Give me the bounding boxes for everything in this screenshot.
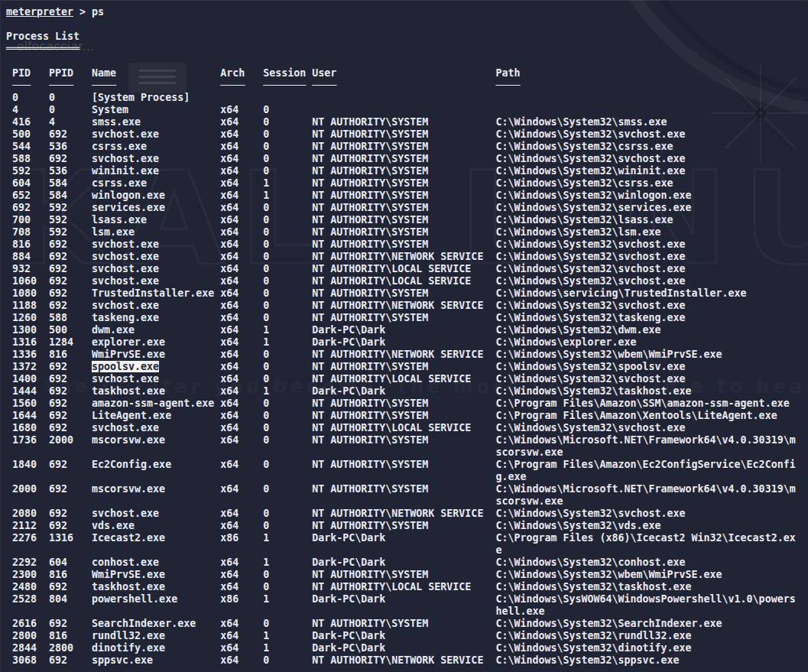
cell-pid: 544 (12, 141, 49, 153)
cell-path: C:\Windows\System32\svchost.exe (495, 508, 795, 520)
cell-user (312, 92, 495, 104)
terminal-screen[interactable]: meterpreter > ps Process List ══════════… (0, 0, 808, 667)
cell-path: C:\Windows\System32\taskhost.exe (495, 581, 795, 593)
cell-arch: x64 (220, 165, 263, 177)
cell-ppid: 592 (49, 202, 92, 214)
cell-path: C:\Windows\System32\services.exe (495, 202, 795, 214)
cell-user: NT AUTHORITY\SYSTEM (312, 312, 495, 324)
cell-session: 0 (263, 165, 312, 177)
cell-pid: 1188 (12, 300, 49, 312)
cell-name: vds.exe (92, 520, 220, 532)
cell-path: C:\Windows\System32\wbem\WmiPrvSE.exe (495, 569, 795, 581)
cell-user: NT AUTHORITY\SYSTEM (312, 177, 495, 190)
cell-user: NT AUTHORITY\NETWORK SERVICE (312, 654, 495, 667)
cell-ppid: 692 (49, 410, 92, 422)
table-header-underline-row: ────────────────────────────── (6, 80, 808, 92)
cell-arch: x64 (220, 202, 263, 214)
cell-arch: x64 (220, 618, 263, 630)
cell-arch: x64 (220, 300, 263, 312)
cell-name: explorer.exe (92, 336, 220, 349)
cell-pid: 2000 (12, 483, 49, 508)
process-row: 4164smss.exex640NT AUTHORITY\SYSTEMC:\Wi… (6, 116, 808, 128)
terminal-window[interactable]: elfocacciar... KALI LINUX the quieter yo… (0, 0, 808, 672)
cell-session: 0 (263, 116, 312, 128)
cell-arch: x64 (220, 569, 263, 581)
cell-pid: 2844 (12, 642, 49, 654)
cell-arch: x64 (220, 251, 263, 263)
cell-path: C:\Windows\System32\csrss.exe (495, 141, 795, 153)
process-row: 1680692svchost.exex640NT AUTHORITY\LOCAL… (6, 422, 808, 434)
cell-arch: x64 (220, 642, 263, 654)
process-row: 592536wininit.exex640NT AUTHORITY\SYSTEM… (6, 165, 808, 177)
cell-arch: x64 (220, 226, 263, 239)
cell-session: 0 (263, 226, 312, 239)
cell-ppid: 692 (49, 251, 92, 263)
cell-session: 0 (263, 239, 312, 251)
cell-arch: x86 (220, 532, 263, 557)
process-row: 2292604conhost.exex641Dark-PC\DarkC:\Win… (6, 557, 808, 569)
process-row: 700592lsass.exex640NT AUTHORITY\SYSTEMC:… (6, 214, 808, 226)
cell-path: C:\Windows\System32\winlogon.exe (495, 190, 795, 202)
cell-arch: x64 (220, 336, 263, 349)
cell-pid: 1680 (12, 422, 49, 434)
cell-arch: x64 (220, 275, 263, 287)
cell-session: 0 (263, 373, 312, 385)
cell-name: winlogon.exe (92, 190, 220, 202)
process-row: 1444692taskhost.exex641Dark-PC\DarkC:\Wi… (6, 385, 808, 398)
cell-path: C:\Program Files\Amazon\Ec2ConfigService… (495, 459, 795, 483)
cell-name: sppsvc.exe (92, 654, 220, 667)
cell-pid: 1840 (12, 459, 49, 483)
cell-name: csrss.exe (92, 177, 220, 190)
cell-user: Dark-PC\Dark (312, 557, 495, 569)
cell-user: NT AUTHORITY\SYSTEM (312, 459, 495, 483)
cell-ppid: 692 (49, 422, 92, 434)
cell-arch: x64 (220, 483, 263, 508)
cell-user: NT AUTHORITY\LOCAL SERVICE (312, 263, 495, 275)
cell-pid: 1560 (12, 398, 49, 410)
cell-session: 0 (263, 251, 312, 263)
prompt-program: meterpreter (6, 6, 73, 18)
cell-ppid: 1284 (49, 336, 92, 349)
cell-path: C:\Windows\servicing\TrustedInstaller.ex… (495, 287, 795, 300)
cell-arch: x64 (220, 128, 263, 141)
cell-pid: 592 (12, 165, 49, 177)
cell-session: 1 (263, 324, 312, 336)
cell-arch: x64 (220, 508, 263, 520)
cell-pid: 700 (12, 214, 49, 226)
cell-path (495, 104, 795, 116)
process-row: 1260588taskeng.exex640NT AUTHORITY\SYSTE… (6, 312, 808, 324)
cell-user: NT AUTHORITY\SYSTEM (312, 434, 495, 459)
cell-session: 1 (263, 190, 312, 202)
cell-path: C:\Windows\System32\wbem\WmiPrvSE.exe (495, 349, 795, 361)
cell-name: taskhost.exe (92, 581, 220, 593)
cell-pid: 692 (12, 202, 49, 214)
cell-name: amazon-ssm-agent.exe (92, 398, 220, 410)
cell-user: NT AUTHORITY\NETWORK SERVICE (312, 300, 495, 312)
cell-ppid: 536 (49, 165, 92, 177)
cell-arch: x64 (220, 287, 263, 300)
cell-user: NT AUTHORITY\SYSTEM (312, 214, 495, 226)
cell-ppid: 0 (49, 92, 92, 104)
cell-pid: 1644 (12, 410, 49, 422)
cell-path: C:\Windows\System32\taskeng.exe (495, 312, 795, 324)
cell-user: NT AUTHORITY\SYSTEM (312, 202, 495, 214)
column-header-name: Name (92, 67, 220, 80)
cell-path: C:\Windows\explorer.exe (495, 336, 795, 349)
process-table: PIDPPIDNameArchSessionUserPath ─────────… (6, 67, 808, 667)
process-row: 1840692Ec2Config.exex640NT AUTHORITY\SYS… (6, 459, 808, 483)
cell-arch: x64 (220, 410, 263, 422)
cell-path: C:\Windows\Microsoft.NET\Framework64\v4.… (495, 434, 795, 459)
cell-name: Icecast2.exe (92, 532, 220, 557)
cell-name: svchost.exe (92, 508, 220, 520)
cell-user: NT AUTHORITY\LOCAL SERVICE (312, 422, 495, 434)
cell-ppid: 692 (49, 581, 92, 593)
cell-arch: x64 (220, 459, 263, 483)
cell-path: C:\Windows\System32\wininit.exe (495, 165, 795, 177)
process-row: 500692svchost.exex640NT AUTHORITY\SYSTEM… (6, 128, 808, 141)
cell-ppid: 500 (49, 324, 92, 336)
cell-arch: x64 (220, 557, 263, 569)
cell-pid: 2080 (12, 508, 49, 520)
cell-name: SearchIndexer.exe (92, 618, 220, 630)
cell-session: 0 (263, 581, 312, 593)
cell-pid: 1260 (12, 312, 49, 324)
